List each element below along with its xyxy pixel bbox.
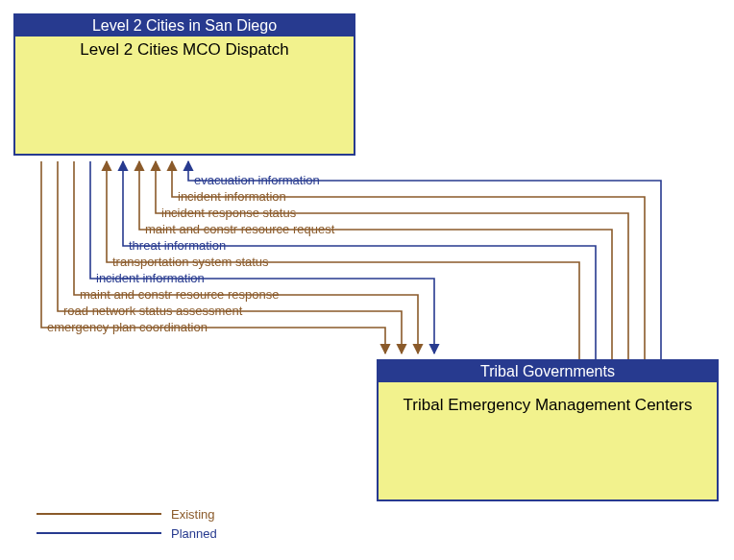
flow-label-road-network-status-assessment: road network status assessment [63, 304, 242, 318]
flow-label-incident-response-status: incident response status [161, 206, 296, 220]
node-b-group: Tribal Governments [379, 361, 717, 382]
legend-planned: Planned [37, 523, 217, 543]
flow-label-evacuation-information: evacuation information [194, 173, 320, 187]
flow-label-maint-constr-resource-request: maint and constr resource request [145, 222, 334, 236]
legend-existing: Existing [37, 504, 217, 523]
legend-existing-line [37, 513, 161, 515]
flow-label-maint-constr-resource-response: maint and constr resource response [80, 287, 279, 302]
node-a-group: Level 2 Cities in San Diego [15, 15, 354, 37]
node-a-title: Level 2 Cities MCO Dispatch [15, 37, 354, 63]
node-b-title: Tribal Emergency Management Centers [379, 382, 717, 419]
legend: Existing Planned [37, 504, 217, 543]
legend-planned-label: Planned [171, 526, 217, 541]
node-level2-cities-mco-dispatch: Level 2 Cities in San Diego Level 2 Citi… [13, 13, 355, 156]
flow-label-incident-information-ba: incident information [178, 189, 286, 204]
flow-label-transportation-system-status: transportation system status [112, 255, 269, 269]
flow-label-threat-information: threat information [129, 238, 226, 253]
flow-label-incident-information-ab: incident information [96, 271, 205, 285]
legend-planned-line [37, 532, 161, 534]
legend-existing-label: Existing [171, 507, 215, 522]
node-tribal-emergency-mgmt-centers: Tribal Governments Tribal Emergency Mana… [377, 359, 719, 501]
flow-label-emergency-plan-coordination: emergency plan coordination [47, 320, 208, 334]
